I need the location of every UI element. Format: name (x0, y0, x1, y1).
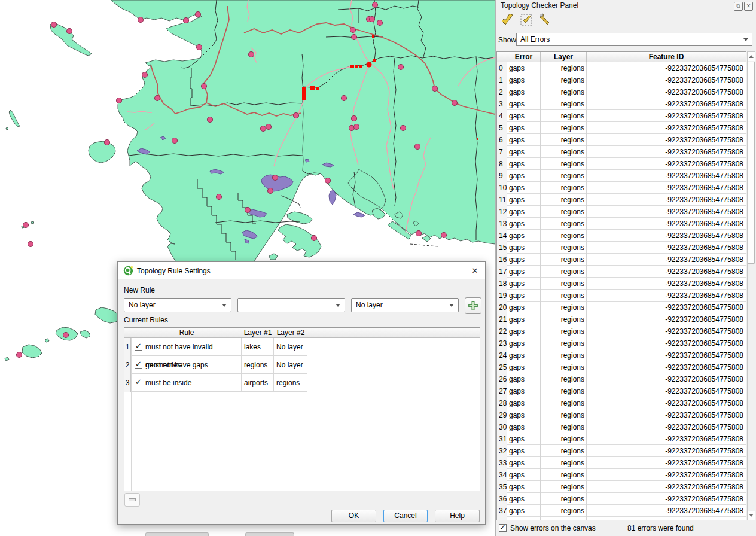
cancel-button[interactable]: Cancel (383, 510, 428, 522)
error-table-row[interactable]: 29gapsregions-9223372036854775808 (497, 409, 746, 421)
error-table-row[interactable]: 20gapsregions-9223372036854775808 (497, 302, 746, 313)
topology-error-marker (372, 35, 374, 38)
rule-dropdown[interactable] (237, 298, 345, 312)
error-table-row[interactable]: 30gapsregions-9223372036854775808 (497, 421, 746, 433)
error-table-row[interactable]: 3gapsregions-9223372036854775808 (497, 98, 746, 110)
error-table-row[interactable]: 32gapsregions-9223372036854775808 (497, 445, 746, 457)
error-table-row[interactable]: 33gapsregions-9223372036854775808 (497, 457, 746, 469)
error-table-row[interactable]: 16gapsregions-9223372036854775808 (497, 254, 746, 266)
show-errors-on-canvas-checkbox[interactable] (499, 524, 507, 532)
cell-feature-id: -9223372036854775808 (587, 278, 743, 290)
error-table-row[interactable]: 5gapsregions-9223372036854775808 (497, 122, 746, 134)
error-table-row[interactable]: 7gapsregions-9223372036854775808 (497, 146, 746, 158)
cell-layer: regions (541, 290, 584, 302)
topology-checker-panel: Topology Checker Panel ⧉ ✕ Show: All Err… (496, 0, 756, 536)
column-header-layer1[interactable]: Layer #1 (242, 328, 274, 338)
configure-button[interactable] (538, 12, 553, 28)
error-table-row[interactable]: 27gapsregions-9223372036854775808 (497, 385, 746, 397)
topology-error-marker (310, 86, 315, 90)
error-table-row[interactable]: 12gapsregions-9223372036854775808 (497, 206, 746, 218)
cell-error: gaps (509, 74, 540, 86)
error-table-row[interactable]: 9gapsregions-9223372036854775808 (497, 170, 746, 182)
error-table-row[interactable]: 26gapsregions-9223372036854775808 (497, 373, 746, 385)
topology-error-marker (355, 65, 358, 68)
close-panel-icon[interactable]: ✕ (744, 2, 753, 11)
error-table-row[interactable]: 35gapsregions-9223372036854775808 (497, 481, 746, 493)
errors-table[interactable]: Error Layer Feature ID 0gapsregions-9223… (496, 51, 746, 520)
error-table-row[interactable]: 6gapsregions-9223372036854775808 (497, 134, 746, 146)
error-table-row[interactable]: 17gapsregions-9223372036854775808 (497, 266, 746, 278)
error-table-row[interactable]: 18gapsregions-9223372036854775808 (497, 278, 746, 290)
cell-feature-id: -9223372036854775808 (587, 445, 743, 457)
cell-feature-id: -9223372036854775808 (587, 122, 743, 134)
topology-error-marker (302, 87, 306, 100)
error-table-row[interactable]: 37gapsregions-9223372036854775808 (497, 505, 746, 517)
error-table-row[interactable]: 22gapsregions-9223372036854775808 (497, 325, 746, 337)
error-table-row[interactable]: 19gapsregions-9223372036854775808 (497, 290, 746, 302)
row-number: 2 (497, 86, 507, 98)
error-table-row[interactable]: 8gapsregions-9223372036854775808 (497, 158, 746, 170)
column-header-layer[interactable]: Layer (541, 52, 587, 62)
rule-enabled-checkbox[interactable] (135, 379, 142, 386)
airport-point (67, 29, 72, 34)
cell-error: gaps (509, 98, 540, 110)
error-table-row[interactable]: 0gapsregions-9223372036854775808 (497, 62, 746, 74)
error-table-row[interactable]: 25gapsregions-9223372036854775808 (497, 361, 746, 373)
error-table-row[interactable]: 31gapsregions-9223372036854775808 (497, 433, 746, 445)
error-table-row[interactable]: 4gapsregions-9223372036854775808 (497, 110, 746, 122)
scroll-up-button[interactable] (748, 52, 755, 61)
airport-point (352, 35, 357, 40)
column-header-rule[interactable]: Rule (132, 328, 242, 338)
error-table-row[interactable]: 21gapsregions-9223372036854775808 (497, 313, 746, 325)
show-errors-dropdown[interactable]: All Errors (516, 33, 752, 46)
cell-error: gaps (509, 469, 540, 481)
help-button[interactable]: Help (435, 510, 480, 522)
validate-all-button[interactable] (499, 12, 515, 28)
column-header-feature-id[interactable]: Feature ID (587, 52, 746, 62)
dialog-close-icon[interactable]: ✕ (470, 266, 480, 276)
rule-row[interactable]: 1must not have invalid geometrieslakesNo… (124, 338, 307, 356)
error-table-row[interactable]: 15gapsregions-9223372036854775808 (497, 242, 746, 254)
error-table-row[interactable]: 1gapsregions-9223372036854775808 (497, 74, 746, 86)
ok-button[interactable]: OK (331, 510, 376, 522)
column-header-layer2[interactable]: Layer #2 (274, 328, 307, 338)
error-table-row[interactable]: 23gapsregions-9223372036854775808 (497, 337, 746, 349)
layer1-dropdown[interactable]: No layer (124, 298, 231, 312)
error-table-row[interactable]: 34gapsregions-9223372036854775808 (497, 469, 746, 481)
rule-row[interactable]: 2must not have gapsregionsNo layer (124, 356, 307, 374)
scroll-down-button[interactable] (748, 511, 755, 520)
show-errors-on-canvas-label[interactable]: Show errors on the canvas (510, 524, 596, 532)
land-polygon (31, 221, 34, 224)
add-rule-button[interactable] (465, 297, 481, 314)
row-number: 23 (497, 337, 507, 349)
error-table-row[interactable]: 2gapsregions-9223372036854775808 (497, 86, 746, 98)
scrollbar-thumb[interactable] (748, 62, 755, 264)
delete-rule-button[interactable] (124, 493, 140, 507)
column-header-error[interactable]: Error (507, 52, 541, 62)
errors-table-header: Error Layer Feature ID (497, 52, 746, 62)
error-table-row[interactable]: 28gapsregions-9223372036854775808 (497, 397, 746, 409)
cell-layer: regions (541, 361, 584, 373)
error-table-row[interactable]: 24gapsregions-9223372036854775808 (497, 349, 746, 361)
dialog-titlebar[interactable]: Topology Rule Settings ✕ (118, 262, 485, 279)
cell-layer: regions (541, 170, 584, 182)
errors-table-scrollbar[interactable] (747, 51, 755, 520)
rule-row[interactable]: 3must be insideairportsregions (124, 374, 307, 392)
float-panel-icon[interactable]: ⧉ (734, 2, 743, 11)
error-table-row[interactable]: 13gapsregions-9223372036854775808 (497, 218, 746, 230)
cell-error: gaps (509, 146, 540, 158)
current-rules-table[interactable]: Rule Layer #1 Layer #2 1must not have in… (124, 327, 480, 491)
rule-enabled-checkbox[interactable] (135, 361, 142, 368)
cell-feature-id: -9223372036854775808 (587, 134, 743, 146)
cell-error: gaps (509, 421, 540, 433)
validate-extent-button[interactable] (519, 12, 534, 28)
error-table-row[interactable]: 14gapsregions-9223372036854775808 (497, 230, 746, 242)
cell-rule: must be inside (145, 374, 240, 392)
error-table-row[interactable]: 10gapsregions-9223372036854775808 (497, 182, 746, 194)
layer2-dropdown[interactable]: No layer (351, 298, 459, 312)
rule-enabled-checkbox[interactable] (135, 343, 142, 351)
error-table-row[interactable]: 11gapsregions-9223372036854775808 (497, 194, 746, 206)
cell-feature-id: -9223372036854775808 (587, 349, 743, 361)
cell-feature-id: -9223372036854775808 (587, 421, 743, 433)
error-table-row[interactable]: 36gapsregions-9223372036854775808 (497, 493, 746, 505)
